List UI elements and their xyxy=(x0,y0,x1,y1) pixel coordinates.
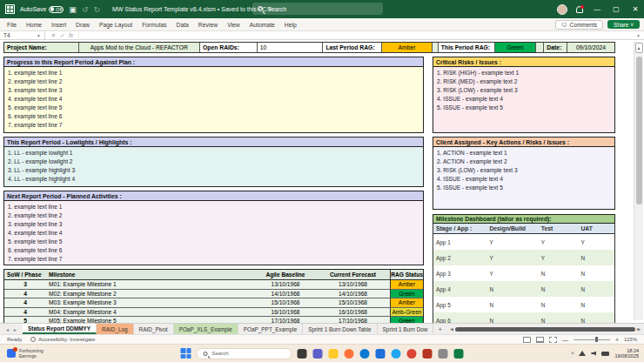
user-avatar[interactable] xyxy=(557,4,567,15)
autosave-control[interactable]: AutoSave Off xyxy=(20,6,64,13)
table-row[interactable]: App 2 Y Y N xyxy=(433,250,614,265)
ribbon-tab[interactable]: Page Layout xyxy=(99,22,132,28)
chrome-icon[interactable] xyxy=(407,349,417,359)
zoom-out-button[interactable]: — xyxy=(562,337,568,343)
cancel-formula-icon[interactable]: ✕ xyxy=(50,32,55,39)
system-tray: ^ 18:24 19/08/2025 xyxy=(571,345,639,362)
close-button[interactable]: ✕ xyxy=(630,5,641,13)
save-icon[interactable]: ▣ xyxy=(69,5,77,14)
formula-bar-expand-icon[interactable]: ▼ xyxy=(636,31,644,39)
text-line: 7. example text line 7 xyxy=(8,121,419,130)
tray-expand-icon[interactable]: ^ xyxy=(571,351,574,357)
comments-button[interactable]: 🗨 Comments xyxy=(555,20,603,30)
firefox-icon[interactable] xyxy=(345,349,354,359)
scroll-right-icon[interactable]: ▶ xyxy=(637,326,641,332)
ribbon-tab[interactable]: Formulas xyxy=(142,22,166,28)
widgets-button[interactable]: Forthcoming Earnings xyxy=(0,348,50,359)
defender-icon[interactable] xyxy=(423,349,433,359)
autosave-toggle[interactable]: Off xyxy=(49,6,64,13)
clock[interactable]: 18:24 19/08/2025 xyxy=(614,348,639,359)
this-period-rag-value[interactable]: Green xyxy=(495,43,537,52)
ribbon-tab[interactable]: Insert xyxy=(51,22,66,28)
table-row[interactable]: App 4 N N N xyxy=(433,281,614,297)
undo-icon[interactable]: ↺ xyxy=(82,5,89,14)
ribbon-tab[interactable]: File xyxy=(7,22,17,28)
fx-icon[interactable]: fx xyxy=(69,32,73,38)
sheet-tab[interactable]: POaP_XLS_Example xyxy=(174,324,238,334)
page-layout-view-icon[interactable] xyxy=(536,337,544,343)
client-assigned-section-body[interactable]: 1. ACTION - example text 12. ACTION - ex… xyxy=(433,147,615,210)
project-name-value[interactable]: Apps Mod to the Cloud - REFACTOR xyxy=(79,43,200,52)
sheet-tab[interactable]: Sprint 1 Burn Dow xyxy=(378,324,434,334)
horizontal-scrollbar[interactable]: ◀ ▶ xyxy=(446,324,644,334)
page-break-view-icon[interactable] xyxy=(549,337,557,343)
vscode-icon[interactable] xyxy=(392,349,401,359)
planned-section-body[interactable]: 1. example text line 12. example text li… xyxy=(3,201,424,265)
wifi-icon[interactable] xyxy=(579,351,586,356)
open-raids-value[interactable]: 10 xyxy=(258,43,324,52)
table-row[interactable]: App 1 Y Y Y xyxy=(433,234,614,250)
last-period-rag-value[interactable]: Amber xyxy=(382,43,433,52)
prev-sheet-icon[interactable]: ◂ xyxy=(6,326,9,332)
start-button[interactable] xyxy=(181,348,191,359)
minimize-button[interactable]: — xyxy=(592,5,602,13)
ribbon-tab[interactable]: Help xyxy=(285,22,297,28)
redo-icon[interactable]: ↻ xyxy=(93,5,100,14)
task-view-icon[interactable] xyxy=(298,349,307,359)
table-row[interactable]: 5 M05: Example Milestone 5 17/10/1968 17… xyxy=(4,317,423,323)
notifications-bell-icon[interactable] xyxy=(576,6,583,13)
volume-icon[interactable] xyxy=(591,352,596,356)
scroll-left-icon[interactable]: ◀ xyxy=(450,326,453,332)
ribbon-tab[interactable]: Draw xyxy=(76,22,90,28)
table-row[interactable]: 4 M02: Example Milestone 2 14/10/1968 14… xyxy=(4,290,423,299)
battery-icon[interactable] xyxy=(601,352,609,356)
restore-button[interactable]: ▢ xyxy=(611,5,621,13)
sheet-tab[interactable]: RAID_Pivot xyxy=(134,324,174,334)
next-sheet-icon[interactable]: ▸ xyxy=(14,326,17,332)
name-box[interactable]: T4 ▼ xyxy=(0,31,45,39)
table-row[interactable]: 4 M03: Example Milestone 3 15/10/1968 15… xyxy=(4,298,423,308)
table-row[interactable]: App 3 Y N N xyxy=(433,265,614,281)
taskbar-search[interactable]: Search xyxy=(197,348,292,359)
sheet-tab[interactable]: POaP_PPT_Example xyxy=(238,324,303,334)
share-button[interactable]: Share ˅ xyxy=(607,20,640,29)
excel-icon[interactable] xyxy=(454,349,464,359)
table-row[interactable]: 4 M04: Example Milestone 4 16/10/1968 16… xyxy=(4,308,423,318)
ribbon-tab[interactable]: Data xyxy=(176,22,188,28)
table-row[interactable]: 3 M01: Example Milestone 1 13/10/1968 13… xyxy=(4,280,423,290)
vertical-scroll-thumb[interactable] xyxy=(636,57,642,204)
table-row[interactable]: App 6 N N N xyxy=(433,312,614,323)
accessibility-status[interactable]: Accessibility: Investigate xyxy=(30,337,95,342)
add-sheet-button[interactable]: + xyxy=(433,324,446,334)
horizontal-scroll-thumb[interactable] xyxy=(455,327,635,332)
ribbon-tab[interactable]: View xyxy=(227,22,240,28)
ribbon-tab[interactable]: Automate xyxy=(250,22,275,28)
file-explorer-icon[interactable] xyxy=(329,349,339,359)
sheet-tab[interactable]: RAID_Log xyxy=(97,324,134,334)
zoom-in-button[interactable]: + xyxy=(615,337,619,343)
confirm-formula-icon[interactable]: ✓ xyxy=(59,32,64,39)
edge-icon[interactable] xyxy=(360,349,370,359)
date-value[interactable]: 09/10/2024 xyxy=(567,43,614,52)
table-row[interactable]: App 5 N N N xyxy=(433,297,614,312)
critical-risks-section-body[interactable]: 1. RISK (HIGH) - example text 12. RISK (… xyxy=(433,67,615,133)
zoom-level[interactable]: 115% xyxy=(624,337,637,342)
formula-input[interactable] xyxy=(79,31,636,39)
sheet-tab[interactable]: Status Report DDMMYY xyxy=(23,324,97,334)
ribbon-tab[interactable]: Review xyxy=(198,22,218,28)
scroll-up-icon[interactable]: ▲ xyxy=(635,43,643,53)
lowlights-section-body[interactable]: 1. LL - example lowlight 12. LL - exampl… xyxy=(3,147,424,187)
titlebar-search[interactable]: Search xyxy=(252,3,383,15)
sheet-tab[interactable]: Sprint 1 Burn Down Table xyxy=(303,324,377,334)
zoom-slider[interactable] xyxy=(574,339,610,340)
chevron-down-icon[interactable]: ▼ xyxy=(37,33,41,38)
progress-section-body[interactable]: 1. example text line 12. example text li… xyxy=(3,67,424,133)
teams-icon[interactable] xyxy=(313,349,323,359)
calculator-icon[interactable] xyxy=(439,349,448,359)
ribbon-tab[interactable]: Home xyxy=(26,22,42,28)
worksheet-area[interactable]: Project Name: Apps Mod to the Cloud - RE… xyxy=(0,40,644,323)
vertical-scrollbar[interactable]: ▲ xyxy=(634,42,643,320)
normal-view-icon[interactable] xyxy=(523,337,531,343)
zoom-slider-thumb[interactable] xyxy=(595,337,598,342)
photos-icon[interactable] xyxy=(376,349,386,359)
